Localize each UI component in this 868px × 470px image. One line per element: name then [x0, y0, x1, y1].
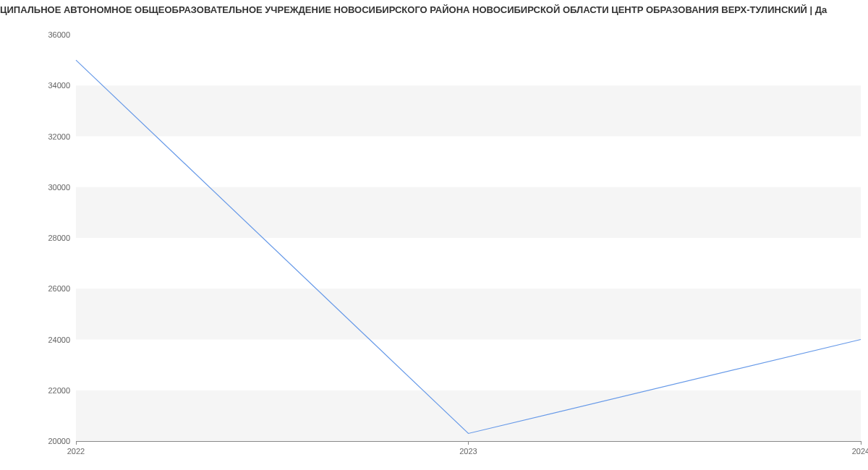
y-tick-label: 36000 [48, 30, 70, 39]
y-tick-label: 30000 [48, 183, 70, 192]
chart-area: 2000022000240002600028000300003200034000… [0, 22, 868, 470]
x-tick-label: 2023 [459, 447, 477, 456]
grid-band [76, 289, 861, 339]
y-tick-label: 22000 [48, 386, 70, 395]
y-tick-label: 32000 [48, 132, 70, 141]
chart-svg: 2000022000240002600028000300003200034000… [0, 22, 868, 470]
x-tick-label: 2022 [67, 447, 85, 456]
y-tick-label: 34000 [48, 81, 70, 90]
x-tick-label: 2024 [852, 447, 868, 456]
y-tick-label: 28000 [48, 234, 70, 242]
y-tick-label: 26000 [48, 284, 70, 293]
y-tick-label: 20000 [48, 437, 70, 445]
y-tick-label: 24000 [48, 336, 70, 344]
grid-band [76, 85, 861, 136]
grid-band [76, 187, 861, 238]
chart-title: ЦИПАЛЬНОЕ АВТОНОМНОЕ ОБЩЕОБРАЗОВАТЕЛЬНОЕ… [0, 4, 868, 15]
